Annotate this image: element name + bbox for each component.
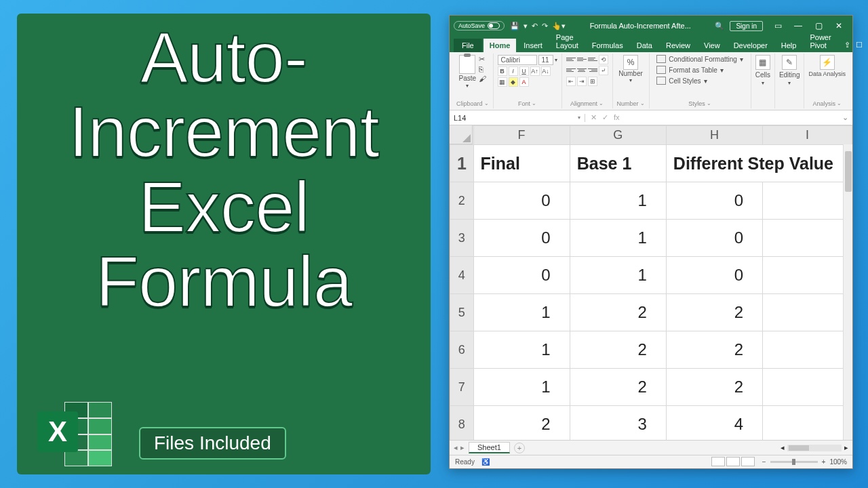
cell[interactable]: [762, 369, 852, 406]
name-box[interactable]: L14: [450, 114, 585, 122]
cell-styles-button[interactable]: Cell Styles ▾: [656, 77, 743, 85]
cell[interactable]: [762, 331, 852, 369]
cell[interactable]: 2: [473, 406, 570, 441]
tab-view[interactable]: View: [698, 39, 726, 52]
align-bottom-icon[interactable]: [588, 55, 597, 63]
data-analysis-button[interactable]: ⚡ Data Analysis: [808, 55, 846, 77]
align-top-icon[interactable]: [566, 55, 576, 63]
worksheet-grid[interactable]: F G H I 1 Final Base 1 Different Step Va…: [450, 125, 852, 440]
search-icon[interactable]: 🔍: [715, 22, 724, 30]
vertical-scrollbar[interactable]: [843, 144, 852, 440]
row-header[interactable]: 2: [450, 182, 474, 220]
comments-icon[interactable]: ☐: [856, 41, 863, 49]
number-format-button[interactable]: % Number ▾: [618, 55, 643, 83]
accessibility-icon[interactable]: ♿: [481, 458, 490, 466]
cell[interactable]: 2: [666, 294, 762, 331]
cell[interactable]: 1: [473, 369, 570, 406]
cell-H1[interactable]: Different Step Value: [666, 145, 852, 182]
shrink-font-button[interactable]: A↓: [541, 66, 551, 76]
cell[interactable]: [762, 406, 852, 441]
cell[interactable]: 1: [570, 220, 666, 257]
fx-icon[interactable]: fx: [614, 113, 620, 122]
cell[interactable]: 4: [666, 406, 762, 441]
touch-mode-icon[interactable]: 👆▾: [552, 22, 566, 30]
decrease-indent-button[interactable]: ⇤: [566, 77, 576, 86]
row-header[interactable]: 7: [450, 369, 474, 406]
zoom-in-button[interactable]: +: [822, 458, 826, 466]
border-button[interactable]: ▦: [498, 77, 507, 87]
orientation-button[interactable]: ⟲: [599, 55, 608, 64]
save-icon[interactable]: 💾: [510, 22, 519, 30]
cancel-formula-icon[interactable]: ✕: [591, 113, 597, 122]
italic-button[interactable]: I: [509, 66, 518, 76]
cells-button[interactable]: ▦ Cells▾: [755, 55, 770, 86]
zoom-out-button[interactable]: −: [762, 458, 766, 466]
cell[interactable]: 1: [570, 257, 666, 294]
sheet-nav-next-icon[interactable]: ▸: [460, 443, 465, 452]
page-layout-view-button[interactable]: [726, 457, 740, 466]
copy-icon[interactable]: ⎘: [479, 65, 486, 73]
cell[interactable]: 2: [570, 369, 666, 406]
ribbon-options-icon[interactable]: ▭: [768, 19, 787, 33]
font-color-button[interactable]: A: [519, 77, 529, 87]
col-header-I[interactable]: I: [762, 126, 852, 145]
align-center-icon[interactable]: [577, 66, 587, 74]
cell[interactable]: 0: [666, 220, 762, 257]
cell[interactable]: 2: [570, 294, 666, 331]
row-header-1[interactable]: 1: [450, 145, 474, 182]
normal-view-button[interactable]: [711, 457, 725, 466]
conditional-formatting-button[interactable]: Conditional Formatting ▾: [656, 55, 743, 63]
col-header-H[interactable]: H: [666, 126, 762, 145]
cell[interactable]: 2: [666, 369, 762, 406]
row-header[interactable]: 3: [450, 220, 474, 257]
tab-insert[interactable]: Insert: [517, 39, 549, 52]
cell[interactable]: [762, 257, 852, 294]
cell[interactable]: 0: [473, 220, 570, 257]
tab-home[interactable]: Home: [484, 39, 517, 52]
page-break-view-button[interactable]: [741, 457, 755, 466]
cell-G1[interactable]: Base 1: [570, 145, 666, 182]
cell[interactable]: 2: [666, 331, 762, 369]
cell[interactable]: 1: [473, 331, 570, 369]
row-header[interactable]: 4: [450, 257, 474, 294]
expand-formula-bar-icon[interactable]: ⌄: [838, 113, 852, 122]
align-right-icon[interactable]: [588, 66, 597, 74]
fill-color-button[interactable]: ◆: [509, 77, 518, 87]
editing-button[interactable]: ✎ Editing▾: [779, 55, 800, 86]
font-size-select[interactable]: 11: [538, 55, 553, 65]
zoom-slider[interactable]: [770, 461, 818, 463]
cell[interactable]: 0: [473, 182, 570, 220]
cell[interactable]: [762, 294, 852, 331]
cut-icon[interactable]: ✂: [479, 55, 486, 64]
row-header[interactable]: 6: [450, 331, 474, 369]
wrap-text-button[interactable]: ⤶: [599, 66, 608, 75]
paste-button[interactable]: Paste ▾: [458, 55, 476, 89]
zoom-level[interactable]: 100%: [829, 458, 847, 466]
increase-indent-button[interactable]: ⇥: [577, 77, 587, 86]
accept-formula-icon[interactable]: ✓: [602, 113, 608, 122]
col-header-G[interactable]: G: [570, 126, 666, 145]
tab-developer[interactable]: Developer: [728, 39, 774, 52]
bold-button[interactable]: B: [498, 66, 507, 76]
cell[interactable]: 3: [570, 406, 666, 441]
tab-review[interactable]: Review: [660, 39, 696, 52]
cell[interactable]: 0: [666, 257, 762, 294]
signin-button[interactable]: Sign in: [730, 21, 763, 31]
cell-F1[interactable]: Final: [473, 145, 570, 182]
grow-font-button[interactable]: A↑: [530, 66, 540, 76]
cell[interactable]: [762, 182, 852, 220]
cell[interactable]: [762, 220, 852, 257]
toggle-off-icon[interactable]: [488, 22, 500, 29]
select-all-corner[interactable]: [450, 125, 473, 144]
tab-help[interactable]: Help: [775, 39, 803, 52]
col-header-F[interactable]: F: [473, 126, 570, 145]
cell[interactable]: 0: [473, 257, 570, 294]
sheet-tab-sheet1[interactable]: Sheet1: [469, 442, 510, 453]
autosave-toggle[interactable]: AutoSave: [454, 21, 505, 30]
cell[interactable]: 0: [666, 182, 762, 220]
format-painter-icon[interactable]: 🖌: [479, 75, 486, 83]
qat-dropdown-icon[interactable]: ▾: [524, 22, 528, 30]
row-header[interactable]: 8: [450, 406, 474, 441]
format-as-table-button[interactable]: Format as Table ▾: [656, 66, 743, 74]
tab-data[interactable]: Data: [631, 39, 658, 52]
